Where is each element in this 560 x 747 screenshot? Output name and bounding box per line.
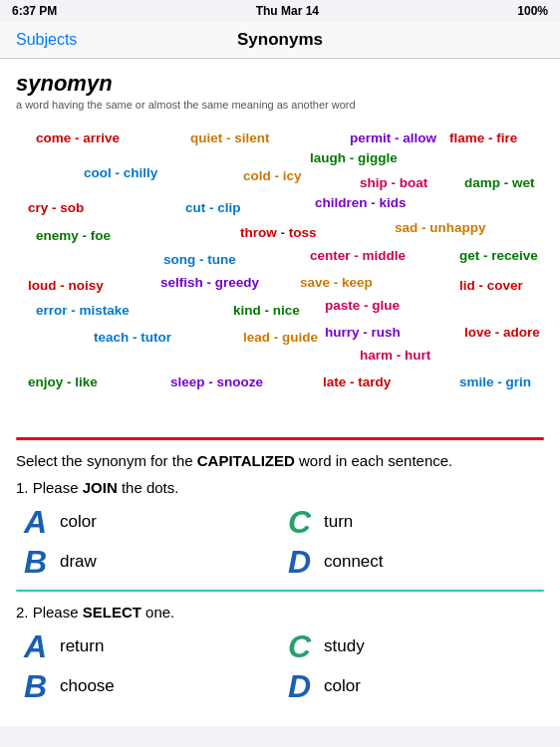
question-1: 1. Please JOIN the dots. A color C turn … <box>16 479 544 578</box>
synonym-pair: enjoy - like <box>28 374 98 389</box>
option-letter-c: C <box>288 506 316 538</box>
synonym-pair: sleep - snooze <box>170 374 263 389</box>
synonym-pair: love - adore <box>464 325 540 340</box>
synonym-pair: kind - nice <box>233 303 300 318</box>
option-1a[interactable]: A color <box>24 506 272 538</box>
question-1-text: 1. Please JOIN the dots. <box>16 479 544 496</box>
main-content: synomyn a word having the same or almost… <box>0 59 560 726</box>
synonym-pair: error - mistake <box>36 303 130 318</box>
synonym-pair: paste - glue <box>325 298 400 313</box>
status-day: Thu Mar 14 <box>256 4 319 18</box>
status-time: 6:37 PM <box>12 4 57 18</box>
option-1d[interactable]: D connect <box>288 546 536 578</box>
status-battery: 100% <box>517 4 548 18</box>
teal-divider <box>16 590 544 592</box>
red-divider <box>16 437 544 440</box>
option-text-1b: draw <box>60 552 97 572</box>
synonym-pair: late - tardy <box>323 374 391 389</box>
status-bar: 6:37 PM Thu Mar 14 100% <box>0 0 560 22</box>
option-text-2a: return <box>60 636 104 656</box>
synonym-pair: come - arrive <box>36 130 120 145</box>
synonym-pair: loud - noisy <box>28 278 104 293</box>
question-2: 2. Please SELECT one. A return C study B… <box>16 604 544 702</box>
option-text-1a: color <box>60 512 97 532</box>
option-letter-2c: C <box>288 630 316 662</box>
synonym-pair: sad - unhappy <box>395 220 486 235</box>
synonym-pair: throw - toss <box>240 225 317 240</box>
option-letter-2d: D <box>288 670 316 702</box>
option-letter-a: A <box>24 506 52 538</box>
synonym-pair: smile - grin <box>459 374 531 389</box>
option-text-1c: turn <box>324 512 353 532</box>
synonym-pair: hurry - rush <box>325 325 401 340</box>
synonym-pair: laugh - giggle <box>310 150 398 165</box>
synonym-pair: flame - fire <box>449 130 517 145</box>
nav-title: Synonyms <box>237 30 323 50</box>
synonym-pair: children - kids <box>315 195 407 210</box>
option-2c[interactable]: C study <box>288 630 536 662</box>
option-letter-2b: B <box>24 670 52 702</box>
word-definition: a word having the same or almost the sam… <box>16 99 544 111</box>
question-2-text: 2. Please SELECT one. <box>16 604 544 621</box>
synonym-pair: song - tune <box>163 252 236 267</box>
option-2d[interactable]: D color <box>288 670 536 702</box>
option-text-2d: color <box>324 676 361 696</box>
options-grid-2: A return C study B choose D color <box>16 630 544 702</box>
option-text-2c: study <box>324 636 365 656</box>
nav-bar: Subjects Synonyms <box>0 22 560 59</box>
option-letter-d: D <box>288 546 316 578</box>
option-1b[interactable]: B draw <box>24 546 272 578</box>
option-text-1d: connect <box>324 552 384 572</box>
synonym-pair: cut - clip <box>185 200 241 215</box>
option-letter-b: B <box>24 546 52 578</box>
synonym-pair: cry - sob <box>28 200 84 215</box>
option-letter-2a: A <box>24 630 52 662</box>
option-2b[interactable]: B choose <box>24 670 272 702</box>
synonym-cloud: come - arrivequiet - silentpermit - allo… <box>16 121 544 429</box>
synonym-pair: enemy - foe <box>36 228 111 243</box>
word-title: synomyn <box>16 71 544 97</box>
synonym-pair: center - middle <box>310 248 406 263</box>
synonym-pair: get - receive <box>459 248 538 263</box>
option-2a[interactable]: A return <box>24 630 272 662</box>
option-text-2b: choose <box>60 676 115 696</box>
synonym-pair: quiet - silent <box>190 130 270 145</box>
synonym-pair: cool - chilly <box>84 165 157 180</box>
synonym-pair: permit - allow <box>350 130 436 145</box>
synonym-pair: teach - tutor <box>94 330 171 345</box>
synonym-pair: damp - wet <box>464 175 535 190</box>
synonym-pair: lead - guide <box>243 330 318 345</box>
option-1c[interactable]: C turn <box>288 506 536 538</box>
synonym-pair: save - keep <box>300 275 373 290</box>
synonym-pair: cold - icy <box>243 168 302 183</box>
synonym-pair: lid - cover <box>459 278 523 293</box>
synonym-pair: selfish - greedy <box>160 275 259 290</box>
instruction-text: Select the synonym for the CAPITALIZED w… <box>16 452 544 469</box>
options-grid-1: A color C turn B draw D connect <box>16 506 544 578</box>
synonym-pair: harm - hurt <box>360 348 430 363</box>
back-button[interactable]: Subjects <box>16 31 77 49</box>
synonym-pair: ship - boat <box>360 175 427 190</box>
